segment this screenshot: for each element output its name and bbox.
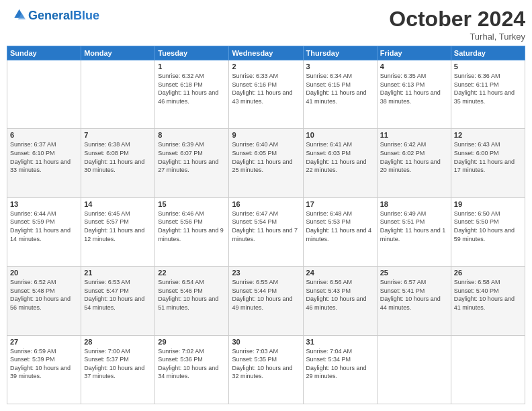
day-info: Sunrise: 6:53 AMSunset: 5:47 PMDaylight:… [84, 278, 152, 312]
day-number: 26 [454, 269, 522, 277]
day-number: 20 [10, 269, 78, 277]
calendar-cell: 11Sunrise: 6:42 AMSunset: 6:02 PMDayligh… [377, 129, 451, 197]
day-number: 27 [10, 338, 78, 346]
day-info: Sunrise: 6:54 AMSunset: 5:46 PMDaylight:… [158, 278, 226, 312]
calendar-cell: 10Sunrise: 6:41 AMSunset: 6:03 PMDayligh… [303, 129, 377, 197]
calendar-cell: 6Sunrise: 6:37 AMSunset: 6:10 PMDaylight… [7, 129, 81, 197]
calendar-cell [81, 60, 155, 129]
calendar-cell [7, 60, 81, 129]
day-number: 14 [84, 200, 152, 208]
calendar-week-4: 20Sunrise: 6:52 AMSunset: 5:48 PMDayligh… [7, 267, 525, 335]
day-number: 30 [232, 338, 300, 346]
logo-text: GeneralBlue [28, 9, 99, 23]
calendar-cell: 7Sunrise: 6:38 AMSunset: 6:08 PMDaylight… [81, 129, 155, 197]
day-number: 4 [380, 62, 448, 71]
day-info: Sunrise: 6:50 AMSunset: 5:50 PMDaylight:… [454, 210, 522, 243]
calendar-body: 1Sunrise: 6:32 AMSunset: 6:18 PMDaylight… [7, 60, 525, 404]
day-number: 29 [158, 338, 226, 346]
calendar-cell: 29Sunrise: 7:02 AMSunset: 5:36 PMDayligh… [155, 335, 229, 404]
day-number: 31 [306, 338, 374, 346]
col-header-monday: Monday [81, 46, 155, 60]
calendar-week-1: 1Sunrise: 6:32 AMSunset: 6:18 PMDaylight… [7, 60, 525, 129]
calendar-cell: 22Sunrise: 6:54 AMSunset: 5:46 PMDayligh… [155, 267, 229, 335]
day-number: 9 [232, 131, 300, 139]
calendar-cell: 30Sunrise: 7:03 AMSunset: 5:35 PMDayligh… [229, 335, 303, 404]
calendar: SundayMondayTuesdayWednesdayThursdayFrid… [7, 46, 525, 404]
page: GeneralBlue October 2024 Turhal, Turkey … [0, 0, 532, 411]
day-info: Sunrise: 6:47 AMSunset: 5:54 PMDaylight:… [232, 210, 300, 243]
day-number: 24 [306, 269, 374, 277]
day-info: Sunrise: 6:56 AMSunset: 5:43 PMDaylight:… [306, 278, 374, 312]
day-number: 7 [84, 131, 152, 139]
day-number: 25 [380, 269, 448, 277]
day-info: Sunrise: 6:57 AMSunset: 5:41 PMDaylight:… [380, 278, 448, 312]
col-header-wednesday: Wednesday [229, 46, 303, 60]
day-number: 12 [454, 131, 522, 139]
day-info: Sunrise: 6:32 AMSunset: 6:18 PMDaylight:… [158, 72, 226, 105]
day-info: Sunrise: 6:49 AMSunset: 5:51 PMDaylight:… [380, 210, 448, 243]
col-header-tuesday: Tuesday [155, 46, 229, 60]
calendar-cell: 24Sunrise: 6:56 AMSunset: 5:43 PMDayligh… [303, 267, 377, 335]
day-info: Sunrise: 6:39 AMSunset: 6:07 PMDaylight:… [158, 140, 226, 174]
title-block: October 2024 Turhal, Turkey [389, 7, 525, 42]
col-header-friday: Friday [377, 46, 451, 60]
calendar-cell: 5Sunrise: 6:36 AMSunset: 6:11 PMDaylight… [451, 60, 525, 129]
day-info: Sunrise: 6:41 AMSunset: 6:03 PMDaylight:… [306, 140, 374, 174]
day-number: 3 [306, 62, 374, 71]
calendar-cell: 17Sunrise: 6:48 AMSunset: 5:53 PMDayligh… [303, 197, 377, 266]
calendar-cell: 19Sunrise: 6:50 AMSunset: 5:50 PMDayligh… [451, 197, 525, 266]
day-info: Sunrise: 6:44 AMSunset: 5:59 PMDaylight:… [10, 210, 78, 243]
calendar-week-2: 6Sunrise: 6:37 AMSunset: 6:10 PMDaylight… [7, 129, 525, 197]
calendar-cell: 21Sunrise: 6:53 AMSunset: 5:47 PMDayligh… [81, 267, 155, 335]
day-info: Sunrise: 6:38 AMSunset: 6:08 PMDaylight:… [84, 140, 152, 174]
col-header-sunday: Sunday [7, 46, 81, 60]
day-number: 23 [232, 269, 300, 277]
day-info: Sunrise: 6:36 AMSunset: 6:11 PMDaylight:… [454, 72, 522, 105]
day-info: Sunrise: 6:34 AMSunset: 6:15 PMDaylight:… [306, 72, 374, 105]
calendar-cell: 13Sunrise: 6:44 AMSunset: 5:59 PMDayligh… [7, 197, 81, 266]
day-number: 15 [158, 200, 226, 208]
day-number: 8 [158, 131, 226, 139]
calendar-header-row: SundayMondayTuesdayWednesdayThursdayFrid… [7, 46, 525, 60]
calendar-cell: 16Sunrise: 6:47 AMSunset: 5:54 PMDayligh… [229, 197, 303, 266]
calendar-cell [377, 335, 451, 404]
day-info: Sunrise: 6:48 AMSunset: 5:53 PMDaylight:… [306, 210, 374, 243]
calendar-cell [451, 335, 525, 404]
logo-blue: Blue [73, 9, 99, 22]
subtitle: Turhal, Turkey [389, 32, 525, 42]
col-header-thursday: Thursday [303, 46, 377, 60]
day-info: Sunrise: 6:55 AMSunset: 5:44 PMDaylight:… [232, 278, 300, 312]
calendar-cell: 4Sunrise: 6:35 AMSunset: 6:13 PMDaylight… [377, 60, 451, 129]
day-number: 28 [84, 338, 152, 346]
day-info: Sunrise: 7:03 AMSunset: 5:35 PMDaylight:… [232, 347, 300, 381]
calendar-cell: 1Sunrise: 6:32 AMSunset: 6:18 PMDaylight… [155, 60, 229, 129]
logo-general: General [28, 9, 73, 22]
day-info: Sunrise: 7:04 AMSunset: 5:34 PMDaylight:… [306, 347, 374, 381]
day-number: 22 [158, 269, 226, 277]
calendar-cell: 3Sunrise: 6:34 AMSunset: 6:15 PMDaylight… [303, 60, 377, 129]
logo: GeneralBlue [7, 7, 99, 26]
day-number: 19 [454, 200, 522, 208]
calendar-cell: 25Sunrise: 6:57 AMSunset: 5:41 PMDayligh… [377, 267, 451, 335]
calendar-cell: 23Sunrise: 6:55 AMSunset: 5:44 PMDayligh… [229, 267, 303, 335]
day-number: 17 [306, 200, 374, 208]
calendar-cell: 12Sunrise: 6:43 AMSunset: 6:00 PMDayligh… [451, 129, 525, 197]
day-info: Sunrise: 6:40 AMSunset: 6:05 PMDaylight:… [232, 140, 300, 174]
calendar-cell: 8Sunrise: 6:39 AMSunset: 6:07 PMDaylight… [155, 129, 229, 197]
calendar-cell: 15Sunrise: 6:46 AMSunset: 5:56 PMDayligh… [155, 197, 229, 266]
day-info: Sunrise: 6:37 AMSunset: 6:10 PMDaylight:… [10, 140, 78, 174]
day-number: 16 [232, 200, 300, 208]
day-number: 2 [232, 62, 300, 71]
col-header-saturday: Saturday [451, 46, 525, 60]
day-info: Sunrise: 6:42 AMSunset: 6:02 PMDaylight:… [380, 140, 448, 174]
day-number: 5 [454, 62, 522, 71]
day-info: Sunrise: 6:58 AMSunset: 5:40 PMDaylight:… [454, 278, 522, 312]
calendar-cell: 18Sunrise: 6:49 AMSunset: 5:51 PMDayligh… [377, 197, 451, 266]
calendar-cell: 2Sunrise: 6:33 AMSunset: 6:16 PMDaylight… [229, 60, 303, 129]
calendar-week-3: 13Sunrise: 6:44 AMSunset: 5:59 PMDayligh… [7, 197, 525, 266]
calendar-cell: 28Sunrise: 7:00 AMSunset: 5:37 PMDayligh… [81, 335, 155, 404]
day-number: 18 [380, 200, 448, 208]
day-number: 10 [306, 131, 374, 139]
day-info: Sunrise: 6:52 AMSunset: 5:48 PMDaylight:… [10, 278, 78, 312]
day-info: Sunrise: 6:46 AMSunset: 5:56 PMDaylight:… [158, 210, 226, 243]
